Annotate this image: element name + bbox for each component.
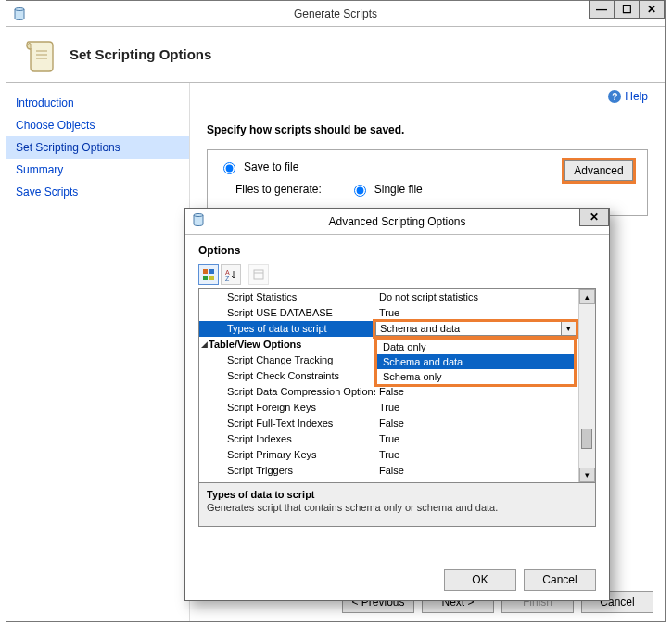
selected-value-text: Schema and data xyxy=(380,323,460,334)
svg-rect-3 xyxy=(203,269,208,274)
files-to-generate-label: Files to generate: xyxy=(235,183,322,196)
types-of-data-dropdown[interactable]: Data onlySchema and dataSchema only xyxy=(374,337,577,387)
grid-row-label: Script Data Compression Options xyxy=(199,384,375,400)
grid-row-value[interactable]: True xyxy=(375,400,578,416)
grid-row-label: Script Foreign Keys xyxy=(199,400,375,416)
grid-row[interactable]: Script StatisticsDo not script statistic… xyxy=(199,289,578,305)
save-to-file-label: Save to file xyxy=(244,160,298,173)
dropdown-option[interactable]: Schema and data xyxy=(377,354,574,369)
grid-row[interactable]: Script Full-Text IndexesFalse xyxy=(199,416,578,431)
minimize-button[interactable]: — xyxy=(589,0,615,19)
grid-row-label: Script Change Tracking xyxy=(199,352,375,368)
grid-row[interactable]: Script IndexesTrue xyxy=(199,431,578,447)
scroll-down-icon[interactable]: ▾ xyxy=(579,468,595,482)
help-link[interactable]: ? Help xyxy=(608,90,648,103)
app-icon xyxy=(191,212,206,230)
ok-button[interactable]: OK xyxy=(444,569,516,591)
advanced-body: Options A Z Sc xyxy=(185,235,609,600)
grid-row-label: Script USE DATABASE xyxy=(199,305,375,321)
help-icon: ? xyxy=(608,90,621,103)
property-description: Types of data to script Generates script… xyxy=(198,483,596,527)
dropdown-option[interactable]: Schema only xyxy=(377,369,574,384)
grid-row-value[interactable]: True xyxy=(375,447,578,463)
app-icon xyxy=(12,6,27,21)
single-file-radio[interactable] xyxy=(354,185,366,197)
grid-row-label: Script Primary Keys xyxy=(199,447,375,463)
nav-choose-objects[interactable]: Choose Objects xyxy=(6,114,189,136)
grid-row[interactable]: Script USE DATABASETrue xyxy=(199,305,578,321)
dropdown-option[interactable]: Data only xyxy=(377,340,574,354)
advanced-titlebar: Advanced Scripting Options ✕ xyxy=(185,209,609,235)
svg-rect-9 xyxy=(254,270,263,279)
svg-rect-5 xyxy=(203,276,208,280)
grid-row-label: Script Triggers xyxy=(199,463,375,479)
svg-rect-6 xyxy=(209,276,214,280)
close-button[interactable]: ✕ xyxy=(639,0,665,19)
maximize-button[interactable]: ☐ xyxy=(614,0,640,19)
grid-row-value[interactable]: False xyxy=(375,416,578,431)
dropdown-button-icon[interactable]: ▾ xyxy=(561,322,576,335)
window-controls: — ☐ ✕ xyxy=(590,0,665,19)
single-file-label: Single file xyxy=(374,183,423,196)
grid-row-label: Script Unique Keys xyxy=(199,479,375,482)
grid-row-label: Script Full-Text Indexes xyxy=(199,416,375,431)
categorized-view-button[interactable] xyxy=(198,264,219,285)
grid-row-label: Script Check Constraints xyxy=(199,368,375,384)
scroll-thumb[interactable] xyxy=(581,429,592,449)
nav-set-scripting-options[interactable]: Set Scripting Options xyxy=(6,136,189,159)
grid-row-value[interactable]: Do not script statistics xyxy=(375,289,578,305)
svg-rect-4 xyxy=(209,269,214,274)
options-heading: Options xyxy=(198,244,596,257)
advanced-dialog-title: Advanced Scripting Options xyxy=(328,215,465,228)
advanced-footer: OK Cancel xyxy=(444,569,596,591)
alphabetical-view-button[interactable]: A Z xyxy=(221,264,241,285)
scroll-up-icon[interactable]: ▴ xyxy=(579,289,595,304)
grid-row[interactable]: Script Unique KeysTrue xyxy=(199,479,578,482)
property-grid: Script StatisticsDo not script statistic… xyxy=(198,288,596,483)
save-to-file-radio[interactable] xyxy=(223,162,235,174)
nav-introduction[interactable]: Introduction xyxy=(6,92,189,114)
nav-save-scripts[interactable]: Save Scripts xyxy=(6,181,189,203)
grid-row[interactable]: Types of data to scriptSchema and data▾ xyxy=(199,321,578,337)
instruction-text: Specify how scripts should be saved. xyxy=(207,123,648,136)
advanced-button[interactable]: Advanced xyxy=(564,160,633,181)
files-to-generate-row: Files to generate: Single file xyxy=(235,182,636,197)
expand-caret-icon[interactable]: ◢ xyxy=(201,337,208,352)
grid-row-label: Table/View Options xyxy=(199,337,375,352)
grid-scrollbar[interactable]: ▴ ▾ xyxy=(578,289,595,482)
wizard-header: Set Scripting Options xyxy=(6,27,665,83)
grid-row-value[interactable]: True xyxy=(375,305,578,321)
advanced-button-highlight: Advanced xyxy=(562,158,636,184)
nav-summary[interactable]: Summary xyxy=(6,159,189,181)
grid-row-label: Script Statistics xyxy=(199,289,375,305)
grid-row-value[interactable]: Schema and data▾ xyxy=(375,321,577,336)
save-options-group: Save to file Files to generate: Single f… xyxy=(207,149,648,216)
window-title: Generate Scripts xyxy=(294,7,377,20)
grid-row[interactable]: Script Foreign KeysTrue xyxy=(199,400,578,416)
grid-row-value[interactable]: False xyxy=(375,463,578,479)
grid-row-value[interactable]: True xyxy=(375,431,578,447)
grid-row-label: Script Indexes xyxy=(199,431,375,447)
grid-row[interactable]: Script TriggersFalse xyxy=(199,463,578,479)
property-grid-rows: Script StatisticsDo not script statistic… xyxy=(199,289,578,482)
grid-row-label: Types of data to script xyxy=(199,321,375,337)
help-label: Help xyxy=(625,90,648,103)
window-titlebar: Generate Scripts — ☐ ✕ xyxy=(6,1,665,27)
wizard-nav: Introduction Choose Objects Set Scriptin… xyxy=(6,83,190,621)
description-text: Generates script that contains schema on… xyxy=(207,502,588,513)
grid-row-value[interactable]: True xyxy=(375,479,578,482)
advanced-cancel-button[interactable]: Cancel xyxy=(524,569,596,591)
property-grid-toolbar: A Z xyxy=(198,264,596,285)
property-pages-button[interactable] xyxy=(248,264,269,285)
advanced-scripting-dialog: Advanced Scripting Options ✕ Options A Z xyxy=(184,208,610,601)
description-title: Types of data to script xyxy=(207,489,588,500)
page-title: Set Scripting Options xyxy=(70,46,211,62)
grid-row[interactable]: Script Primary KeysTrue xyxy=(199,447,578,463)
svg-text:Z: Z xyxy=(225,276,230,281)
advanced-close-button[interactable]: ✕ xyxy=(579,208,609,226)
scroll-icon xyxy=(21,36,58,73)
svg-text:A: A xyxy=(225,269,230,276)
